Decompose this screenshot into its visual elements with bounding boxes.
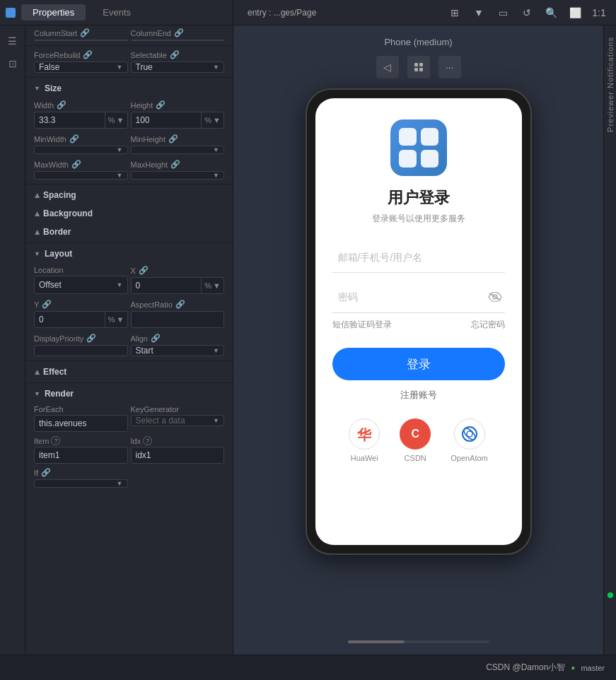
selectable-link-icon[interactable]: 🔗 (170, 50, 180, 60)
min-height-field[interactable]: ▼ (131, 146, 225, 154)
properties-panel: ColumnStart 🔗 ColumnEnd 🔗 ForceRebuild 🔗 (25, 25, 233, 655)
height-field[interactable]: 100 % ▼ (131, 112, 225, 129)
border-section-header[interactable]: ▶ Border (25, 223, 233, 241)
spacing-section-arrow: ▶ (33, 193, 40, 198)
login-subtitle: 登录账号以使用更多服务 (372, 213, 465, 225)
ar-link-icon[interactable]: 🔗 (175, 300, 185, 310)
idx-info-icon[interactable]: ? (143, 436, 152, 445)
size-section-header[interactable]: ▼ Size (25, 79, 233, 98)
component-icon[interactable]: ⊡ (3, 54, 23, 74)
column-end-link-icon[interactable]: 🔗 (174, 28, 184, 38)
if-link-icon[interactable]: 🔗 (41, 468, 51, 478)
x-link-icon[interactable]: 🔗 (139, 266, 149, 276)
width-unit[interactable]: % ▼ (105, 112, 127, 128)
min-width-link-icon[interactable]: 🔗 (69, 134, 79, 144)
height-unit[interactable]: % ▼ (201, 112, 223, 128)
device-selector[interactable]: ▼ (470, 4, 487, 21)
search-preview-icon[interactable]: 🔍 (542, 4, 559, 21)
expand-icon[interactable]: ⬜ (566, 4, 583, 21)
width-link-icon[interactable]: 🔗 (57, 100, 66, 110)
max-height-field[interactable]: ▼ (131, 171, 225, 180)
effect-section-header[interactable]: ▶ Effect (25, 363, 233, 381)
more-btn[interactable]: ··· (438, 56, 461, 78)
render-section-header[interactable]: ▼ Render (25, 385, 233, 403)
column-end-field[interactable] (131, 40, 225, 41)
tab-events[interactable]: Events (91, 4, 142, 20)
min-height-col: MinHeight 🔗 ▼ (131, 134, 225, 154)
layout-section-header[interactable]: ▼ Layout (25, 245, 233, 263)
svg-rect-1 (419, 63, 423, 66)
max-height-chevron: ▼ (213, 172, 219, 179)
status-dot (608, 592, 613, 598)
item-info-icon[interactable]: ? (51, 436, 60, 445)
rotate-icon[interactable]: ↺ (518, 4, 535, 21)
y-label: Y (34, 300, 39, 309)
idx-value[interactable]: idx1 (131, 447, 225, 464)
if-label: If (34, 469, 38, 477)
force-rebuild-select[interactable]: False ▼ (34, 61, 128, 73)
display-priority-field[interactable] (34, 345, 128, 356)
breadcrumb: entry : ...ges/Page (248, 8, 316, 18)
forgot-password-link[interactable]: 忘记密码 (471, 319, 505, 331)
foreach-col: ForEach this.avenues (34, 405, 128, 432)
item-value[interactable]: item1 (34, 447, 128, 464)
selectable-col: Selectable 🔗 True ▼ (131, 50, 225, 73)
y-unit[interactable]: % ▼ (105, 312, 127, 327)
huawei-login[interactable]: 华 HuaWei (349, 418, 380, 462)
csdn-icon: C (400, 418, 431, 450)
dp-link-icon[interactable]: 🔗 (86, 334, 96, 344)
max-width-field[interactable]: ▼ (34, 171, 128, 180)
login-links: 短信验证码登录 忘记密码 (332, 319, 505, 331)
column-start-link-icon[interactable]: 🔗 (80, 28, 90, 38)
background-section-header[interactable]: ▶ Background (25, 204, 233, 223)
minwh-row: MinWidth 🔗 ▼ MinHeight 🔗 ▼ (25, 131, 233, 157)
openatom-login[interactable]: OpenAtom (451, 418, 488, 462)
min-width-field[interactable]: ▼ (34, 146, 128, 154)
column-row: ColumnStart 🔗 ColumnEnd 🔗 (25, 25, 233, 44)
foreach-keygen-row: ForEach this.avenues KeyGenerator Select… (25, 403, 233, 434)
y-field[interactable]: 0 % ▼ (34, 311, 128, 328)
app-logo-icon (6, 8, 16, 18)
login-button[interactable]: 登录 (332, 348, 505, 380)
min-width-chevron: ▼ (117, 146, 123, 153)
layout-grid-icon[interactable]: ⊞ (446, 4, 463, 21)
render-section-title: Render (45, 389, 74, 399)
x-unit[interactable]: % ▼ (201, 278, 223, 293)
email-input[interactable] (332, 242, 505, 273)
height-link-icon[interactable]: 🔗 (156, 100, 165, 110)
hamburger-icon[interactable]: ☰ (3, 31, 23, 51)
aspect-ratio-field[interactable] (131, 311, 225, 328)
crop-icon[interactable]: ▭ (494, 4, 511, 21)
branch-dot: ● (571, 664, 575, 672)
force-rebuild-col: ForceRebuild 🔗 False ▼ (34, 50, 128, 73)
if-select[interactable]: ▼ (34, 479, 128, 488)
tab-properties[interactable]: Properties (21, 4, 86, 20)
sep2 (25, 77, 233, 78)
back-btn[interactable]: ◁ (376, 56, 399, 78)
selectable-select[interactable]: True ▼ (131, 61, 225, 73)
align-select[interactable]: Start ▼ (131, 345, 225, 356)
sms-login-link[interactable]: 短信验证码登录 (332, 319, 392, 331)
csdn-login[interactable]: C CSDN (400, 418, 431, 462)
register-link[interactable]: 注册账号 (400, 389, 437, 401)
max-height-link-icon[interactable]: 🔗 (170, 160, 180, 170)
home-btn[interactable] (407, 56, 430, 78)
force-rebuild-link-icon[interactable]: 🔗 (83, 50, 93, 60)
max-width-link-icon[interactable]: 🔗 (71, 160, 81, 170)
keygen-col: KeyGenerator Select a data ▼ (131, 405, 225, 426)
location-select[interactable]: Offset ▼ (34, 276, 128, 294)
password-input[interactable] (332, 281, 485, 312)
align-link-icon[interactable]: 🔗 (151, 334, 161, 344)
y-link-icon[interactable]: 🔗 (42, 300, 52, 310)
width-label: Width (34, 101, 54, 110)
eye-toggle-icon[interactable] (485, 287, 505, 307)
layout-section-title: Layout (45, 249, 72, 259)
foreach-value[interactable]: this.avenues (34, 415, 128, 432)
sep5 (25, 360, 233, 361)
width-field[interactable]: 33.3 % ▼ (34, 112, 128, 129)
keygen-select[interactable]: Select a data ▼ (131, 415, 225, 426)
spacing-section-header[interactable]: ▶ Spacing (25, 186, 233, 204)
min-height-link-icon[interactable]: 🔗 (168, 134, 178, 144)
column-start-field[interactable] (34, 40, 128, 41)
x-field[interactable]: 0 % ▼ (131, 277, 225, 294)
